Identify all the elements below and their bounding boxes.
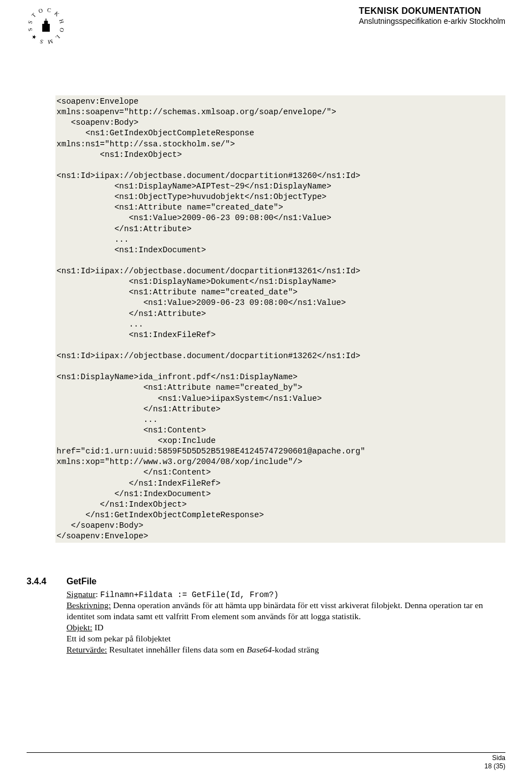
footer-label: Sida	[27, 754, 505, 762]
object-value: ID	[93, 623, 104, 632]
return-italic: Base64	[247, 645, 272, 654]
return-post: -kodad sträng	[272, 645, 319, 654]
code-block: <soapenv:Envelope xmlns:soapenv="http://…	[55, 95, 505, 543]
page-footer: Sida 18 (35)	[27, 752, 505, 770]
header-subtitle: Anslutningsspecifikation e-arkiv Stockho…	[359, 17, 505, 27]
header-text: TEKNISK DOKUMENTATION Anslutningsspecifi…	[359, 6, 505, 27]
footer-page: 18 (35)	[27, 762, 505, 770]
description-label: Beskrivning:	[66, 600, 111, 610]
section-body: GetFile Signatur: Filnamn+Fildata := Get…	[66, 576, 505, 655]
footer-text: Sida 18 (35)	[27, 754, 505, 770]
object-desc: Ett id som pekar på filobjektet	[66, 633, 505, 644]
header-title: TEKNISK DOKUMENTATION	[359, 6, 505, 17]
page-header: S T O C K H O L M S ★ S T A D ★ TEKNISK …	[27, 6, 505, 45]
section-getfile: 3.4.4 GetFile Signatur: Filnamn+Fildata …	[27, 576, 505, 655]
signature-label: Signatur	[66, 589, 96, 599]
signature-value: Filnamn+Fildata := GetFile(Id, From?)	[100, 590, 279, 599]
object-label: Objekt:	[66, 623, 93, 632]
return-pre: Resultatet innehåller filens data som en	[107, 645, 247, 654]
section-number: 3.4.4	[27, 576, 66, 655]
description-line: Beskrivning: Denna operation används för…	[66, 600, 505, 622]
logo: S T O C K H O L M S ★ S T A D ★	[27, 7, 65, 45]
section-title: GetFile	[66, 576, 505, 587]
signature-line: Signatur: Filnamn+Fildata := GetFile(Id,…	[66, 589, 505, 600]
return-line: Returvärde: Resultatet innehåller filens…	[66, 644, 505, 655]
page: S T O C K H O L M S ★ S T A D ★ TEKNISK …	[0, 0, 532, 780]
object-line: Objekt: ID	[66, 622, 505, 633]
footer-divider	[27, 752, 505, 753]
return-label: Returvärde:	[66, 645, 107, 654]
description-text: Denna operation används för att hämta up…	[66, 600, 483, 621]
